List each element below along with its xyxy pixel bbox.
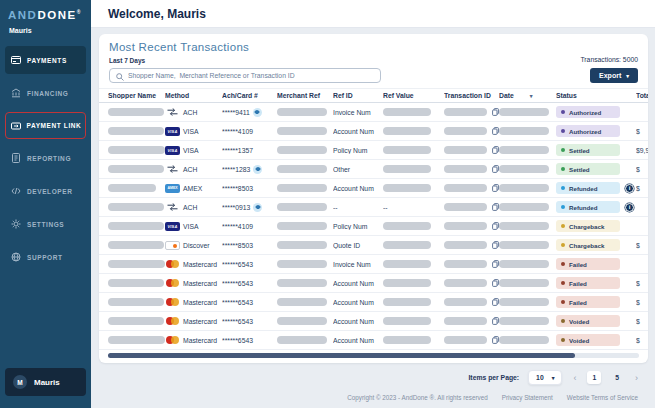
sidebar: ANDDONE® Mauris PAYMENTS FINANCING PAYME… xyxy=(0,0,91,408)
table-row[interactable]: Discover ******8503 Quote ID Chargeback … xyxy=(99,236,648,255)
col-transaction-id: Transaction ID xyxy=(444,92,499,99)
items-per-page-select[interactable]: 10▾ xyxy=(528,370,562,385)
sidebar-item-reporting[interactable]: REPORTING xyxy=(5,144,86,172)
shopper-name-placeholder xyxy=(108,127,164,135)
transaction-id-cell xyxy=(444,241,499,249)
privacy-statement-link[interactable]: Privacy Statement xyxy=(502,394,553,401)
shopper-name-cell xyxy=(108,222,165,230)
status-badge: Failed xyxy=(556,258,620,270)
date-cell xyxy=(499,336,556,344)
sidebar-item-developer[interactable]: DEVELOPER xyxy=(5,177,86,205)
sidebar-item-payments[interactable]: PAYMENTS xyxy=(5,46,86,74)
status-cell: Voided xyxy=(556,334,636,346)
ref-value-cell: -- xyxy=(383,204,444,211)
transactions-panel: Most Recent Transactions Last 7 Days Tra… xyxy=(99,34,648,363)
search-icon xyxy=(116,67,124,85)
transaction-id-cell xyxy=(444,279,499,287)
copy-icon[interactable] xyxy=(492,317,499,325)
ref-id-cell: -- xyxy=(333,204,383,211)
table-row[interactable]: Mastercard ******6543 Account Num Failed… xyxy=(99,274,648,293)
status-cell: Authorized xyxy=(556,125,636,137)
eye-icon[interactable] xyxy=(253,203,262,212)
terms-of-service-link[interactable]: Website Terms of Service xyxy=(567,394,638,401)
sidebar-item-settings[interactable]: SETTINGS xyxy=(5,210,86,238)
visa-icon: VISA xyxy=(165,127,180,136)
scrollbar-thumb[interactable] xyxy=(108,353,575,358)
copy-icon[interactable] xyxy=(492,184,499,192)
merchant-ref-cell xyxy=(277,165,333,173)
export-button[interactable]: Export▾ xyxy=(590,68,638,83)
page-number-current[interactable]: 1 xyxy=(587,371,601,384)
copy-icon[interactable] xyxy=(492,279,499,287)
table-row[interactable]: ACH *****0913 -- -- Refundedi xyxy=(99,198,648,217)
table-row[interactable]: Mastercard ******6543 Invoice Num Failed xyxy=(99,255,648,274)
copy-icon[interactable] xyxy=(492,222,499,230)
copy-icon[interactable] xyxy=(492,203,499,211)
info-icon[interactable]: i xyxy=(625,184,634,193)
table-row[interactable]: VISAVISA ******4109 Policy Num Chargebac… xyxy=(99,217,648,236)
copy-icon[interactable] xyxy=(492,298,499,306)
table-row[interactable]: ACH *****1283 Other Settled $ xyxy=(99,160,648,179)
shopper-name-cell xyxy=(108,127,165,135)
merchant-ref-placeholder xyxy=(277,317,327,325)
transaction-id-cell xyxy=(444,108,499,116)
prev-page-icon[interactable]: ‹ xyxy=(571,373,578,383)
ref-value-placeholder xyxy=(383,222,431,230)
table-row[interactable]: VISAVISA ******1357 Policy Num Settled $… xyxy=(99,141,648,160)
horizontal-scrollbar[interactable] xyxy=(108,353,639,358)
table-row[interactable]: AMEXAMEX ******8503 Account Num Refunded… xyxy=(99,179,648,198)
date-filter-caret-icon[interactable]: ▾ xyxy=(530,93,533,99)
table-row[interactable]: VISAVISA ******4109 Account Num Authoriz… xyxy=(99,122,648,141)
date-placeholder xyxy=(499,165,549,173)
shopper-name-placeholder xyxy=(108,279,164,287)
eye-icon[interactable] xyxy=(253,165,262,174)
status-cell: Failed xyxy=(556,277,636,289)
sidebar-item-financing[interactable]: FINANCING xyxy=(5,79,86,107)
ref-value-placeholder xyxy=(383,279,431,287)
copy-icon[interactable] xyxy=(492,165,499,173)
info-icon[interactable]: i xyxy=(625,203,634,212)
status-badge: Authorized xyxy=(556,106,620,118)
chevron-down-icon: ▾ xyxy=(552,375,555,381)
sidebar-item-payment-link[interactable]: PAYMENT LINK xyxy=(5,112,86,139)
ref-value-placeholder xyxy=(383,184,431,192)
ref-id-cell: Account Num xyxy=(333,280,383,287)
ref-value-placeholder xyxy=(383,336,431,344)
date-cell xyxy=(499,108,556,116)
col-merchant-ref: Merchant Ref xyxy=(277,92,333,99)
status-cell: Chargeback xyxy=(556,239,636,251)
eye-icon[interactable] xyxy=(253,108,262,117)
shopper-name-placeholder xyxy=(108,165,164,173)
date-placeholder xyxy=(499,241,549,249)
ref-value-cell xyxy=(383,146,444,154)
date-placeholder xyxy=(499,127,549,135)
total-amount-cell: $ xyxy=(636,280,648,287)
copy-icon[interactable] xyxy=(492,127,499,135)
brand-logo-prefix: AND xyxy=(8,9,37,21)
sidebar-profile[interactable]: M Mauris xyxy=(5,368,86,396)
ref-value-cell xyxy=(383,241,444,249)
table-row[interactable]: Mastercard ******6543 Account Num Failed… xyxy=(99,293,648,312)
brand-logo[interactable]: ANDDONE® xyxy=(0,0,91,23)
transaction-id-placeholder xyxy=(444,336,487,344)
copy-icon[interactable] xyxy=(492,260,499,268)
table-row[interactable]: Mastercard ******6543 Account Num Voided… xyxy=(99,331,648,350)
table-row[interactable]: Mastercard ******6543 Account Num Voided… xyxy=(99,312,648,331)
merchant-ref-cell xyxy=(277,203,333,211)
total-amount-cell: $9,999,99 xyxy=(636,147,648,154)
date-cell xyxy=(499,184,556,192)
page-number-last[interactable]: 5 xyxy=(610,371,624,384)
copy-icon[interactable] xyxy=(492,146,499,154)
copy-icon[interactable] xyxy=(492,336,499,344)
transaction-id-placeholder xyxy=(444,165,487,173)
table-row[interactable]: ACH *****9411 Invoice Num Authorized xyxy=(99,103,648,122)
next-page-icon[interactable]: › xyxy=(633,373,640,383)
status-dot-icon xyxy=(561,148,565,152)
sidebar-item-support[interactable]: SUPPORT xyxy=(5,243,86,271)
copy-icon[interactable] xyxy=(492,241,499,249)
copy-icon[interactable] xyxy=(492,108,499,116)
ach-card-cell: ******6543 xyxy=(222,318,277,325)
method-cell: Mastercard xyxy=(165,335,222,345)
search-input[interactable] xyxy=(128,72,374,79)
registered-mark: ® xyxy=(77,9,81,15)
